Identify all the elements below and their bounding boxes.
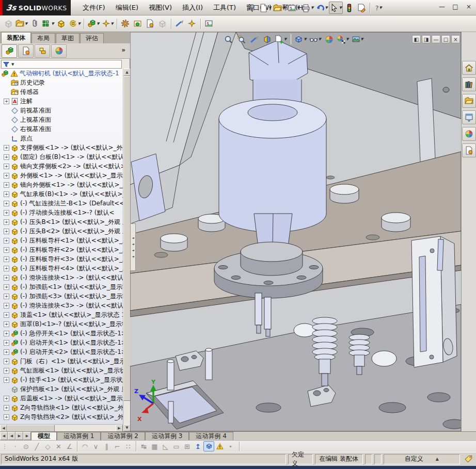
move-component-button[interactable]: ▼ [68, 18, 82, 30]
measure-button[interactable] [248, 33, 260, 45]
corner-rectangle-button[interactable]: ⌐ [112, 441, 123, 451]
tree-item[interactable]: +Z向导轨挡块<1> (默认<<默认>_外观 [0, 403, 123, 412]
tree-item[interactable]: +(-) 加强筋<3> (默认<<默认>_显示状 [0, 292, 123, 301]
tree-item[interactable]: +(-) 压料板导杆<4> (默认<<默认>_显 [0, 264, 123, 273]
tree-item[interactable]: +顶盖<1> (默认<<默认>_显示状态 1> [0, 310, 123, 319]
expand-plus-icon[interactable]: + [4, 284, 9, 290]
new-document-button[interactable]: ▼ [258, 2, 272, 14]
show-hidden-components-button[interactable] [132, 18, 144, 30]
dropdown-caret-icon[interactable]: ▼ [97, 22, 99, 26]
scroll-right-button[interactable]: ▶ [116, 425, 123, 432]
tree-item[interactable]: +(-) 滑块连接块<3> -> (默认<<默认> [0, 301, 123, 310]
restore-window-button[interactable]: □ [450, 2, 461, 11]
expand-plus-icon[interactable]: + [4, 201, 9, 206]
expand-plus-icon[interactable]: + [4, 312, 9, 318]
select-button[interactable]: ▼ [329, 2, 343, 14]
expand-plus-icon[interactable]: + [4, 191, 9, 197]
edit-appearance-button[interactable] [323, 33, 335, 45]
tree-horizontal-scrollbar[interactable]: ◀ ▶ [0, 424, 123, 431]
expand-plus-icon[interactable]: + [4, 182, 9, 188]
tree-item[interactable]: +注解 [0, 96, 123, 106]
tree-item[interactable]: +气缸面板<1> (默认<<默认>_显示状态 [0, 366, 123, 375]
dropdown-caret-icon[interactable]: ▼ [311, 6, 313, 10]
toolbar-drag-handle[interactable]: ⋮ [2, 444, 8, 449]
tree-item[interactable]: +(-) 急停开关<1> (默认<显示状态-1> [0, 329, 123, 338]
dropdown-caret-icon[interactable]: ▼ [297, 6, 299, 10]
appearances-scenes-button[interactable] [462, 127, 476, 141]
point-button[interactable]: · [10, 441, 21, 451]
tree-filter-field[interactable]: ▼ [1, 60, 122, 69]
expand-plus-icon[interactable]: + [4, 414, 9, 420]
dropdown-caret-icon[interactable]: ▼ [268, 6, 271, 10]
interference-detection-button[interactable] [156, 18, 169, 30]
rebuild-warning-button[interactable] [214, 441, 225, 451]
minimize-document-button[interactable]: — [432, 35, 440, 43]
dropdown-caret-icon[interactable]: ▼ [25, 22, 27, 26]
menu-T[interactable]: 工具(T) [208, 1, 241, 15]
measure-button[interactable] [173, 18, 186, 30]
tree-item[interactable]: +(固定) 台板(B)<1> -> (默认<<默认> [0, 152, 123, 161]
tree-item[interactable]: 历史记录 [0, 78, 123, 87]
tree-item[interactable]: 上视基准面 [0, 115, 123, 124]
menu-F[interactable]: 文件(F) [77, 1, 110, 15]
open-document-button[interactable]: ▼ [272, 2, 286, 14]
spline-button[interactable]: ∨ [90, 441, 101, 451]
tree-item[interactable]: +(-) 气缸连接法兰-B<1> (Default<<I [0, 199, 123, 208]
expand-plus-icon[interactable]: + [4, 294, 9, 299]
menu-V[interactable]: 视图(V) [144, 1, 177, 15]
publish-edrawings-button[interactable]: ▼ [287, 2, 300, 14]
mate-button[interactable] [28, 18, 41, 30]
zoom-to-area-button[interactable] [235, 33, 247, 45]
tree-item[interactable]: +镜向支撑侧板<2> -> (默认<<默认>_ [0, 161, 123, 171]
insert-components-button[interactable]: ▼ [14, 18, 28, 30]
dropdown-caret-icon[interactable]: ▼ [78, 22, 81, 26]
status-custom[interactable]: 自定义 ▲ [384, 454, 460, 464]
trim-entities-button[interactable]: ✕ [53, 441, 64, 451]
tab-nav-2[interactable]: ▶ [15, 432, 23, 440]
undo-button[interactable]: ▼ [315, 2, 329, 14]
expand-plus-icon[interactable]: + [4, 229, 9, 234]
pane-left-button[interactable]: ◧ [412, 35, 421, 43]
propertymanager-tab[interactable] [18, 44, 34, 58]
tree-item[interactable]: 前视基准面 [0, 106, 123, 115]
tree-item[interactable]: +(-) 滑块连接块<1> -> (默认<<默认> [0, 273, 123, 282]
tree-item[interactable]: 气动铆钉机 (默认<默认_显示状态-1 [0, 69, 123, 78]
tree-item[interactable]: +(-) 加强筋<1> (默认<<默认>_显示状 [0, 282, 123, 292]
tree-item[interactable]: +面罩(B)<1>-? (默认<<默认>_显示状 [0, 319, 123, 329]
expand-plus-icon[interactable]: + [4, 256, 9, 262]
shaded-with-edges-button[interactable] [203, 441, 214, 451]
tab-评估[interactable]: 评估 [80, 33, 104, 43]
apply-scene-button[interactable]: ▼ [336, 33, 350, 45]
window-select-button[interactable]: ▭ [171, 441, 182, 451]
new-motion-study-button[interactable] [119, 18, 132, 30]
tree-item[interactable]: +外侧板<1> -> (默认<<默认>_显示状 [0, 171, 123, 180]
expand-plus-icon[interactable]: + [4, 99, 9, 104]
tab-nav-3[interactable]: ▶ [23, 432, 31, 440]
expand-plus-icon[interactable]: + [4, 266, 9, 271]
minimize-window-button[interactable]: — [437, 2, 447, 11]
tree-item[interactable]: +支撑侧板<1> -> (默认<<默认>_外观 [0, 143, 123, 152]
featuremanager-tree-tab[interactable] [2, 44, 17, 58]
print-button[interactable]: ▼ [300, 2, 314, 14]
assembly-features-button[interactable]: ▼ [86, 18, 100, 30]
new-view-button[interactable]: ▼ [274, 33, 288, 45]
dropdown-caret-icon[interactable]: ▼ [284, 37, 287, 41]
expand-plus-icon[interactable]: + [4, 173, 9, 179]
tree-item[interactable]: +气缸承板(B)<1> -> (默认<<默认>_显 [0, 189, 123, 199]
expand-plus-icon[interactable]: + [4, 396, 9, 401]
restore-document-button[interactable]: □ [441, 35, 450, 43]
dropdown-caret-icon[interactable]: ▼ [346, 37, 348, 41]
line-button[interactable]: ╱ [31, 441, 42, 451]
reference-points-button[interactable]: ∷ [123, 441, 134, 451]
expand-plus-icon[interactable]: + [4, 405, 9, 411]
close-document-button[interactable]: × [451, 35, 460, 43]
dropdown-caret-icon[interactable]: ▼ [379, 6, 382, 10]
dropdown-caret-icon[interactable]: ▼ [325, 6, 328, 10]
tree-item[interactable]: +(-) 拉手<1> (默认<<默认>_显示状态 [0, 375, 123, 384]
tree-item[interactable]: 右视基准面 [0, 124, 123, 134]
tag-icon[interactable] [464, 455, 473, 463]
menu-E[interactable]: 编辑(E) [110, 1, 144, 15]
panel-splitter-handle[interactable]: ◄◄◄◄ [130, 223, 136, 271]
tree-item[interactable]: +(-) 浮动接头连接板<1>-? (默认< [0, 208, 123, 217]
tree-item[interactable]: 传感器 [0, 87, 123, 96]
